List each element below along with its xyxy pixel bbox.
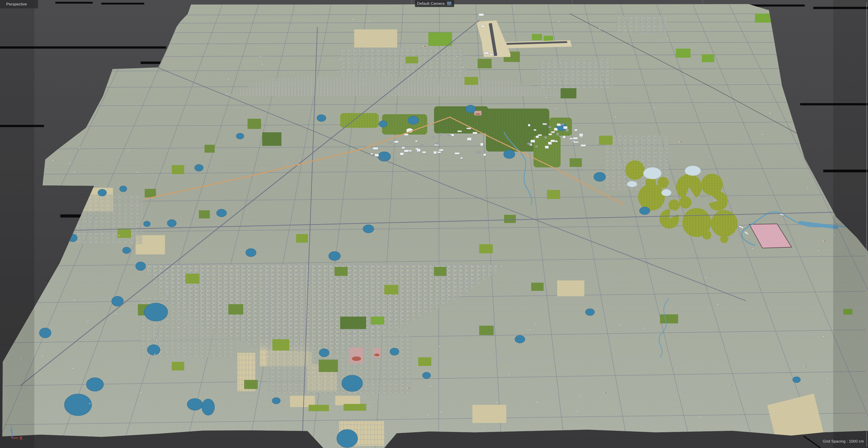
- offmap-road-line: [141, 61, 161, 64]
- camera-label-text: Default Camera: [417, 1, 445, 6]
- frame-dim-left: [0, 0, 34, 448]
- viewport-3d[interactable]: Perspective Default Camera Grid Spacing …: [0, 0, 868, 448]
- offmap-road-line: [55, 2, 93, 4]
- view-label[interactable]: Perspective: [0, 0, 38, 8]
- axis-gizmo: X Z Y: [4, 419, 36, 446]
- viewport-canvas[interactable]: [0, 0, 868, 448]
- offmap-road-line: [748, 4, 805, 6]
- axis-x-label: X: [20, 436, 23, 441]
- camera-icon: [446, 1, 452, 6]
- school-grounds: [350, 348, 363, 363]
- camera-label[interactable]: Default Camera: [415, 0, 454, 7]
- offmap-road-line: [101, 3, 144, 4]
- offmap-road-line: [60, 214, 81, 217]
- city-map-model[interactable]: [0, 4, 868, 448]
- axis-y-label: Y: [10, 425, 12, 428]
- frame-dim-right: [833, 0, 868, 448]
- grid-spacing-label: Grid Spacing : 1000 cm: [823, 439, 864, 444]
- school-grounds: [373, 348, 381, 358]
- school-grounds: [474, 111, 482, 115]
